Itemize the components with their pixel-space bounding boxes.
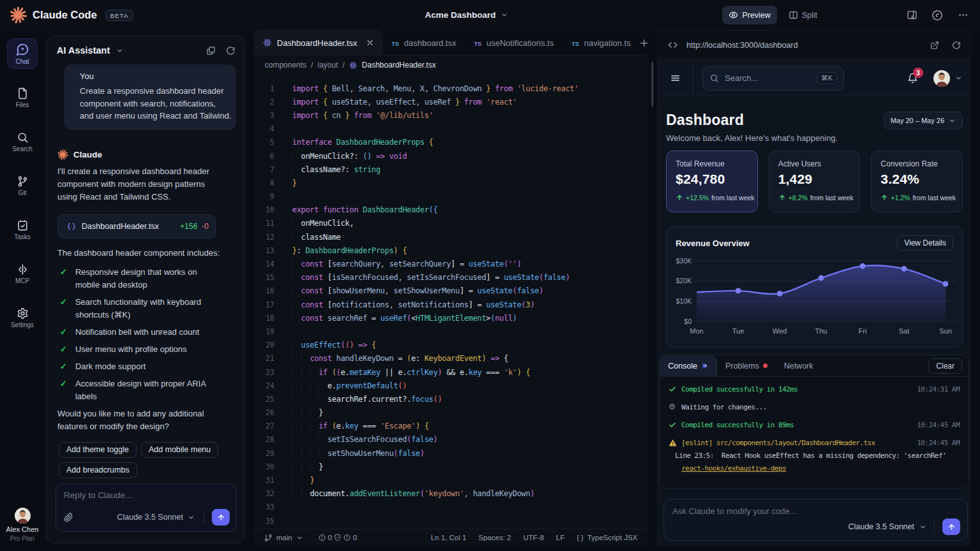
search-icon — [709, 73, 719, 83]
close-icon[interactable] — [366, 39, 374, 47]
chevron-down-icon — [296, 534, 303, 541]
code-brackets-icon[interactable] — [668, 40, 678, 50]
user-message-text: Create a responsive dashboard header com… — [80, 85, 232, 122]
svg-text:Fri: Fri — [859, 327, 867, 335]
console-tab-label: Network — [784, 362, 813, 371]
react-icon — [349, 61, 357, 70]
chevron-down-icon — [188, 514, 195, 521]
code-line: 13}: DashboardHeaderProps) { — [254, 244, 648, 257]
editor-tab-dashboard.tsx[interactable]: TSdashboard.tsx — [383, 31, 465, 55]
sidebar-item-files[interactable]: Files — [7, 82, 38, 113]
more-button[interactable] — [953, 6, 973, 25]
chevron-down-icon[interactable] — [955, 75, 962, 82]
external-link-icon[interactable] — [930, 41, 939, 50]
rail-user[interactable]: Alex Chen Pro Plan — [0, 508, 45, 542]
sidebar-item-git[interactable]: Git — [7, 170, 38, 201]
line-number: 7 — [254, 165, 274, 174]
new-tab-button[interactable] — [639, 38, 649, 48]
indentation[interactable]: Spaces: 2 — [479, 534, 511, 541]
line-number: 2 — [254, 98, 274, 107]
model-selector[interactable]: Claude 3.5 Sonnet — [117, 513, 195, 522]
editor-tab-DashboardHeader.tsx[interactable]: DashboardHeader.tsx — [254, 31, 383, 55]
editor-scrollbar[interactable] — [651, 62, 653, 107]
breadcrumb-segment[interactable]: layout — [318, 61, 338, 70]
line-number: 12 — [254, 233, 274, 242]
breadcrumb-separator: / — [311, 61, 313, 70]
code-line: 35 — [254, 514, 648, 527]
attach-button[interactable] — [64, 513, 73, 522]
suggestion-button[interactable]: Add mobile menu — [141, 442, 218, 458]
notifications-button[interactable]: 3 — [907, 73, 918, 84]
app-search-input[interactable]: Search... ⌘K — [702, 66, 844, 91]
preview-button[interactable]: Preview — [722, 6, 776, 24]
console-tab-console[interactable]: Console — [660, 355, 717, 377]
ask-send-button[interactable] — [942, 518, 960, 535]
clear-console-button[interactable]: Clear — [928, 358, 962, 374]
send-button[interactable] — [212, 509, 230, 525]
stat-cards: Total Revenue $24,780 +12.5%from last we… — [666, 151, 963, 212]
sidebar-item-chat[interactable]: Chat — [7, 38, 38, 69]
language-mode[interactable]: TypeScript JSX — [587, 534, 637, 541]
console-tab-problems[interactable]: Problems — [717, 355, 776, 377]
checklist-item: ✓Accessible design with proper ARIA labe… — [60, 378, 236, 403]
badge-button[interactable] — [927, 6, 947, 25]
ask-input[interactable]: Ask Claude to modify your code... Claude… — [664, 499, 968, 541]
sidebar-item-tasks[interactable]: Tasks — [7, 214, 38, 245]
split-button[interactable]: Split — [782, 6, 824, 24]
project-switcher[interactable]: Acme Dashboard — [425, 10, 508, 20]
sidebar-item-label: Chat — [15, 58, 29, 65]
svg-text:Sat: Sat — [899, 327, 910, 335]
checklist-text: Dark mode support — [75, 360, 217, 373]
console-tab-network[interactable]: Network — [776, 355, 822, 377]
menu-icon[interactable] — [658, 73, 693, 84]
sidebar-item-settings[interactable]: Settings — [7, 302, 38, 333]
code-line: 12 className — [254, 230, 648, 244]
editor-tab-useNotifications.ts[interactable]: TSuseNotifications.ts — [465, 31, 563, 55]
line-number: 20 — [254, 341, 274, 349]
user-plan: Pro Plan — [10, 535, 34, 542]
ask-model-selector[interactable]: Claude 3.5 Sonnet — [848, 522, 926, 531]
includes-line: The dashboard header component includes: — [57, 248, 236, 258]
problems-dot — [763, 364, 768, 368]
reload-icon[interactable] — [952, 41, 961, 50]
open-window-icon[interactable] — [206, 46, 216, 55]
sidebar-item-mcp[interactable]: MCP — [7, 258, 38, 289]
code-line: 31 } — [254, 473, 648, 487]
view-details-button[interactable]: View Details — [897, 235, 953, 251]
sidebar-item-label: Tasks — [14, 233, 31, 240]
file-chip[interactable]: DashboardHeader.tsx +156-0 — [57, 214, 216, 239]
breadcrumb-segment[interactable]: components — [265, 61, 306, 70]
ellipsis-icon — [958, 10, 969, 20]
git-branch-indicator[interactable]: main — [264, 534, 303, 542]
url-text[interactable]: http://localhost:3000/dashboard — [687, 41, 798, 50]
svg-text:Wed: Wed — [773, 327, 787, 335]
code-line: 11 onMenuClick, — [254, 217, 648, 230]
shield-icon — [334, 534, 341, 541]
reply-input[interactable]: Reply to Claude... Claude 3.5 Sonnet — [56, 483, 237, 532]
stat-change-period: from last week — [912, 194, 956, 202]
ok-icon — [669, 421, 681, 429]
sidebar-item-search[interactable]: Search — [7, 126, 38, 157]
encoding[interactable]: UTF-8 — [523, 534, 544, 541]
ask-model-name: Claude 3.5 Sonnet — [848, 522, 914, 531]
panel-layout-button[interactable] — [902, 6, 922, 25]
eol[interactable]: LF — [556, 534, 565, 541]
code-line: 25 searchRef.current?.focus() — [254, 392, 648, 406]
browser-urlbar: http://localhost:3000/dashboard — [658, 31, 971, 60]
suggestion-button[interactable]: Add theme toggle — [59, 442, 137, 458]
stat-card: Active Users 1,429 +8.2%from last week — [769, 151, 861, 212]
line-number: 1 — [254, 84, 274, 93]
file-code-icon — [67, 222, 76, 231]
app-avatar[interactable] — [933, 70, 950, 87]
refresh-icon[interactable] — [226, 46, 235, 55]
eslint-rule-link[interactable]: react-hooks/exhaustive-deps — [681, 464, 960, 473]
app-title: Claude Code — [33, 9, 97, 21]
suggestion-button[interactable]: Add breadcrumbs — [59, 462, 137, 478]
braces-icon: { } — [577, 534, 583, 541]
editor-tab-navigation.ts[interactable]: TSnavigation.ts — [563, 31, 640, 55]
date-range-picker[interactable]: May 20 – May 26 — [884, 112, 963, 129]
cursor-position[interactable]: Ln 1, Col 1 — [431, 534, 466, 541]
chat-icon — [16, 43, 29, 56]
code-area[interactable]: 1import { Bell, Search, Menu, X, Chevron… — [254, 75, 648, 527]
chevron-down-icon[interactable] — [116, 47, 123, 54]
